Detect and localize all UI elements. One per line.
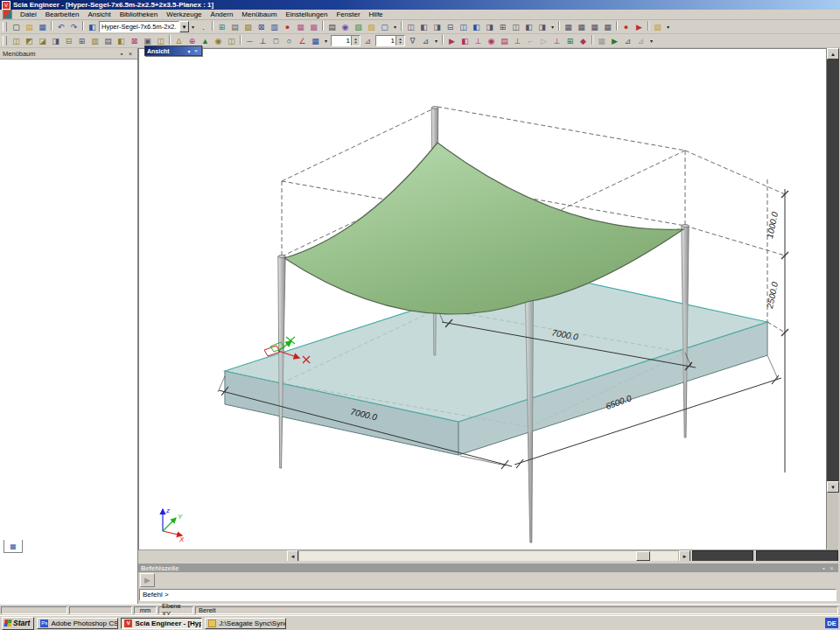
gallery-icon[interactable]: ▦ (294, 21, 307, 33)
taskbar-button-scia[interactable]: V Scia Engineer - [Hype... (121, 618, 202, 629)
layer-icon[interactable]: ▥ (88, 35, 102, 47)
send-icon[interactable]: ▶ (633, 21, 646, 33)
hinge-icon[interactable]: ◉ (485, 35, 498, 47)
load-spinner[interactable]: 1▲▼ (375, 35, 405, 46)
layout-icon[interactable]: ⊟ (444, 21, 457, 33)
menu-item-ändern[interactable]: Ändern (206, 10, 238, 18)
tile-icon[interactable]: ▦ (575, 21, 588, 33)
support-icon[interactable]: ▤ (498, 35, 511, 47)
undo-icon[interactable]: ↶ (54, 21, 67, 33)
taskbar-button-photoshop[interactable]: Ps Adobe Photoshop CS3 E... (37, 618, 118, 629)
taskbar-button-explorer[interactable]: J:\Seagate Sync\SyncRe... (205, 618, 286, 629)
new-icon[interactable]: ▢ (10, 21, 23, 33)
project-combo-dropdown[interactable]: ▼ (179, 21, 189, 32)
dropdown-arrow-icon[interactable]: ▾ (664, 21, 672, 33)
page-icon[interactable]: ▢ (378, 21, 391, 33)
layout-icon[interactable]: ◧ (417, 21, 430, 33)
save-icon[interactable]: ▦ (36, 21, 49, 33)
toolbar-grip[interactable] (3, 22, 7, 32)
status-unit[interactable]: mm (134, 606, 157, 614)
dropdown-arrow-icon[interactable]: ▾ (432, 35, 440, 47)
start-button[interactable]: Start (2, 617, 34, 630)
tree-panel-header[interactable]: Menübaum ▪ × (0, 48, 137, 60)
activity-icon[interactable]: ◨ (49, 35, 62, 47)
printdoc-icon[interactable]: ▤ (228, 21, 242, 33)
activity-icon[interactable]: ◪ (36, 35, 49, 47)
layout-icon[interactable]: ◨ (483, 21, 496, 33)
cursor-mode-icon[interactable]: ▶ (140, 573, 155, 587)
clip-icon[interactable]: ◧ (115, 35, 128, 47)
binocular-icon[interactable]: ◉ (212, 35, 225, 47)
activity-icon[interactable]: ◩ (23, 35, 36, 47)
support-icon[interactable]: ◧ (458, 35, 472, 47)
scrollbar-thumb[interactable] (827, 60, 839, 481)
open-icon[interactable]: ▤ (23, 21, 36, 33)
picture-icon[interactable]: ▨ (352, 21, 365, 33)
book-icon[interactable]: ▨ (242, 21, 255, 33)
menu-item-einstellungen[interactable]: Einstellungen (281, 10, 332, 18)
layout-icon[interactable]: ◧ (522, 21, 536, 33)
support-icon[interactable]: ⊥ (472, 35, 485, 47)
dropdown-arrow-icon[interactable]: ▾ (322, 35, 330, 47)
node-icon[interactable]: ▶ (445, 35, 458, 47)
mesh-icon[interactable]: ⊞ (564, 35, 577, 47)
dot-button[interactable]: . (197, 21, 210, 33)
cut-icon[interactable]: ⊠ (255, 21, 268, 33)
command-input[interactable]: Befehl > (139, 589, 836, 601)
mdi-child-icon[interactable] (3, 10, 12, 19)
scale-icon[interactable]: ⊿ (361, 35, 374, 47)
close-icon[interactable]: × (192, 48, 200, 53)
view-palette-titlebar[interactable]: Ansicht ▾ × (145, 46, 201, 55)
folder-icon[interactable]: ▧ (365, 21, 378, 33)
activity-icon[interactable]: ◫ (10, 35, 23, 47)
level-icon[interactable]: ∇ (406, 35, 419, 47)
layout-icon[interactable]: ◫ (457, 21, 470, 33)
spinner-arrows[interactable]: ▲▼ (396, 36, 404, 46)
combo-drop-icon[interactable]: ▾ (189, 21, 197, 33)
membrane-sail[interactable] (284, 143, 683, 314)
menu-item-werkzeuge[interactable]: Werkzeuge (162, 10, 206, 18)
perpendicular-icon[interactable]: ⊥ (256, 35, 270, 47)
load-icon[interactable]: ◆ (577, 35, 590, 47)
status-plane[interactable]: Ebene XY (158, 606, 193, 614)
close-icon[interactable]: × (126, 51, 135, 57)
scroll-up-icon[interactable]: ▲ (827, 48, 839, 60)
pin-icon[interactable]: ▪ (117, 51, 126, 57)
layout-icon[interactable]: ◫ (404, 21, 417, 33)
dropdown-arrow-icon[interactable]: ▾ (549, 21, 556, 33)
dropdown-arrow-icon[interactable]: ▾ (648, 35, 655, 47)
calc-icon[interactable]: ⊞ (215, 21, 228, 33)
menu-item-fenster[interactable]: Fenster (332, 10, 364, 18)
circle-icon[interactable]: ○ (283, 35, 296, 47)
layer-icon[interactable]: ⊞ (75, 35, 88, 47)
support-icon[interactable]: ⊥ (550, 35, 564, 47)
layer-icon[interactable]: ⊟ (62, 35, 75, 47)
menu-item-datei[interactable]: Datei (16, 10, 41, 18)
rectangle-icon[interactable]: □ (270, 35, 283, 47)
layout-icon[interactable]: ⊞ (496, 21, 509, 33)
command-panel-header[interactable]: Befehlszeile ▪ × (138, 564, 838, 572)
arrange-icon[interactable]: ▦ (601, 21, 614, 33)
menu-item-bibliotheken[interactable]: Bibliotheken (116, 10, 163, 18)
chevron-down-icon[interactable]: ▾ (186, 48, 192, 54)
eye-icon[interactable]: ● (620, 21, 633, 33)
gallery2-icon[interactable]: ▩ (307, 21, 320, 33)
viewport-canvas[interactable]: 7000.0 7000.0 6500.0 1000.0 (138, 48, 826, 550)
menu-item-hilfe[interactable]: Hilfe (365, 10, 388, 18)
layout-icon[interactable]: ◨ (536, 21, 549, 33)
language-indicator[interactable]: DE (825, 618, 838, 628)
layout-icon[interactable]: ◫ (509, 21, 522, 33)
menu-item-menübaum[interactable]: Menübaum (237, 10, 281, 18)
plane-icon[interactable]: ⊿ (419, 35, 432, 47)
dropdown-arrow-icon[interactable]: ▾ (391, 21, 399, 33)
layout-icon[interactable]: ◧ (470, 21, 483, 33)
names-icon[interactable]: ◫ (225, 35, 238, 47)
cascade-icon[interactable]: ▦ (562, 21, 575, 33)
section-icon[interactable]: ⊿ (621, 35, 634, 47)
spinner-arrows[interactable]: ▲▼ (351, 36, 360, 46)
clip-icon[interactable]: ⊠ (128, 35, 141, 47)
project-window-icon[interactable]: ◧ (86, 21, 99, 33)
layer-icon[interactable]: ▤ (102, 35, 115, 47)
print-icon[interactable]: ▤ (326, 21, 339, 33)
play-icon[interactable]: ▶ (608, 35, 621, 47)
